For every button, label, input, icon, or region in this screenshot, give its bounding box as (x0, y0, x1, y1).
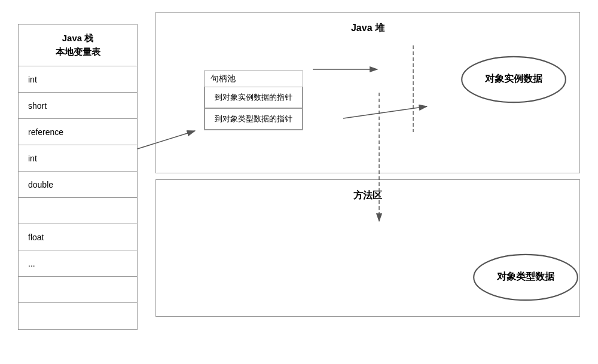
stack-row-int1: int (19, 66, 137, 93)
java-heap: Java 堆 句柄池 到对象实例数据的指针 到对象类型数据的指针 对象实例数据 (155, 12, 580, 173)
handle-row-type: 到对象类型数据的指针 (205, 108, 303, 130)
stack-row-short: short (19, 93, 137, 119)
method-area: 方法区 对象类型数据 (155, 179, 580, 317)
stack-row-int2: int (19, 145, 137, 172)
object-instance-ellipse: 对象实例数据 (460, 53, 568, 106)
stack-row-ellipsis: ... (19, 250, 137, 277)
method-area-title: 方法区 (168, 189, 568, 202)
handle-pool: 句柄池 到对象实例数据的指针 到对象类型数据的指针 (204, 71, 303, 130)
stack-row-empty1 (19, 198, 137, 224)
object-type-ellipse: 对象类型数据 (472, 250, 579, 304)
svg-text:对象实例数据: 对象实例数据 (484, 73, 543, 84)
handle-row-instance: 到对象实例数据的指针 (205, 87, 303, 108)
stack-row-empty3 (19, 303, 137, 329)
stack-row-reference: reference (19, 119, 137, 145)
java-stack: Java 栈 本地变量表 int short reference int dou… (18, 24, 138, 330)
heap-title: Java 堆 (168, 22, 568, 35)
stack-row-double: double (19, 172, 137, 198)
handle-pool-title: 句柄池 (205, 71, 303, 87)
diagram-container: Java 栈 本地变量表 int short reference int dou… (0, 0, 598, 364)
svg-text:对象类型数据: 对象类型数据 (496, 271, 555, 282)
stack-row-float: float (19, 224, 137, 250)
java-stack-header: Java 栈 本地变量表 (19, 25, 137, 66)
right-panel: Java 堆 句柄池 到对象实例数据的指针 到对象类型数据的指针 对象实例数据 (155, 12, 580, 317)
stack-row-empty2 (19, 277, 137, 303)
